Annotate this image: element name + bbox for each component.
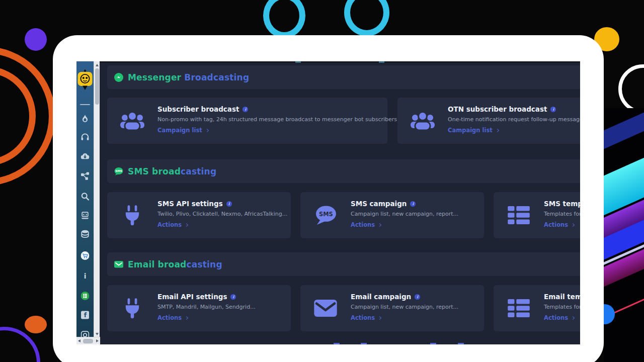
card-description: SMTP, Mandril, Mailgun, Sendgrid... (157, 304, 256, 310)
card-title: OTN subscriber broadcast (448, 105, 547, 113)
sidebar: i f (76, 61, 94, 337)
section-header-messenger: Messenger Broadcasting (107, 65, 580, 89)
campaign-list-link[interactable]: Campaign list (157, 127, 397, 134)
svg-text:i: i (84, 272, 87, 280)
card-title: SMS campaign (351, 200, 407, 208)
card-description: Campaign list, new campaign, report... (351, 211, 458, 217)
sidebar-item-search[interactable] (81, 192, 90, 201)
horizontal-scrollbar[interactable] (76, 337, 100, 344)
svg-text:SMS: SMS (115, 169, 122, 172)
sidebar-item-sitemap[interactable] (81, 172, 90, 180)
chevron-right-icon (205, 128, 209, 132)
scroll-up-icon[interactable] (96, 64, 99, 66)
section-title: Email broadcasting (128, 259, 222, 269)
purple-dot (25, 28, 47, 51)
card-description: Campaign list, new campaign, report... (351, 304, 458, 310)
info-icon[interactable]: i (230, 294, 236, 300)
card-sms-api-settings[interactable]: SMS API settingsi Twilio, Plivo, Clickat… (107, 192, 291, 238)
svg-text:f: f (84, 311, 87, 319)
scroll-left-icon[interactable] (78, 339, 80, 342)
sidebar-item-spreadsheet[interactable] (80, 291, 91, 301)
plug-icon (107, 192, 157, 238)
cyan-ring (263, 0, 305, 38)
card-title: Subscriber broadcast (157, 105, 239, 113)
card-title: Email API settings (157, 293, 227, 301)
clipped-content-sliver (361, 343, 367, 344)
users-icon (397, 98, 448, 144)
clipped-content-sliver (458, 343, 464, 344)
sidebar-item-shopping-cart[interactable] (80, 250, 91, 261)
card-sms-campaign[interactable]: SMS SMS campaigni Campaign list, new cam… (300, 192, 484, 238)
actions-link[interactable]: Actions (157, 221, 287, 228)
chevron-right-icon (571, 223, 575, 226)
card-email-api-settings[interactable]: Email API settingsi SMTP, Mandril, Mailg… (107, 285, 291, 331)
sidebar-item-facebook[interactable]: f (81, 311, 90, 319)
chevron-right-icon (185, 316, 188, 319)
neon-art-image (604, 108, 644, 362)
section-title: Messenger Broadcasting (128, 72, 249, 82)
horizontal-scrollbar-thumb[interactable] (83, 339, 93, 343)
sidebar-divider (80, 104, 90, 105)
actions-link[interactable]: Actions (544, 314, 580, 321)
chevron-right-icon (378, 316, 381, 319)
card-description: Twilio, Plivo, Clickatell, Nexmo, Africa… (157, 211, 287, 217)
section-header-email: Email broadcasting (107, 252, 580, 276)
actions-link[interactable]: Actions (351, 221, 458, 228)
card-email-template[interactable]: Email templatei Templates for Actions (494, 285, 580, 331)
users-icon (107, 98, 157, 144)
clipped-content-sliver (334, 343, 340, 344)
card-sms-template[interactable]: SMS templatei Templates for Actions (494, 192, 580, 238)
vertical-scrollbar-thumb[interactable] (95, 68, 99, 105)
card-title: SMS API settings (157, 200, 223, 208)
info-icon[interactable]: i (415, 294, 420, 300)
main-content: Messenger Broadcasting Subscriber broadc… (100, 61, 580, 344)
sms-bubble-icon: SMS (300, 192, 351, 238)
card-subscriber-broadcast[interactable]: Subscriber broadcasti Non-promo with tag… (107, 98, 387, 144)
info-icon[interactable]: i (243, 107, 248, 112)
card-email-campaign[interactable]: Email campaigni Campaign list, new campa… (300, 285, 484, 331)
sidebar-item-headset[interactable] (81, 133, 90, 141)
dashboard-screenshot: i f (76, 61, 580, 344)
card-description: Non-promo with tag, 24h structured messa… (157, 116, 397, 123)
section-header-sms: SMS SMS broadcasting (107, 159, 580, 183)
clipped-content-sliver (295, 61, 301, 63)
card-title: Email campaign (351, 293, 411, 301)
table-icon (494, 285, 544, 331)
section-title: SMS broadcasting (128, 166, 216, 176)
chatbot-bee-logo[interactable] (77, 69, 93, 93)
cyan-ring (344, 0, 389, 36)
clipped-content-sliver (430, 343, 436, 344)
messenger-icon (114, 73, 123, 82)
svg-text:SMS: SMS (319, 211, 333, 218)
card-description: One-time notification request follow-up … (448, 116, 580, 123)
orange-dot (25, 316, 47, 333)
clipped-content-sliver (379, 61, 384, 63)
card-title: Email template (544, 293, 580, 301)
envelope-icon (300, 285, 351, 331)
chevron-right-icon (378, 223, 381, 226)
chevron-right-icon (571, 316, 575, 319)
sidebar-item-database[interactable] (81, 230, 90, 238)
scroll-down-icon[interactable] (96, 333, 99, 335)
sidebar-item-fire[interactable] (81, 114, 90, 123)
plug-icon (107, 285, 157, 331)
card-otn-subscriber-broadcast[interactable]: OTN subscriber broadcasti One-time notif… (397, 98, 580, 144)
campaign-list-link[interactable]: Campaign list (448, 127, 580, 134)
page-background: i f (0, 0, 644, 362)
card-title: SMS template (544, 200, 580, 208)
info-icon[interactable]: i (410, 201, 416, 207)
actions-link[interactable]: Actions (157, 314, 256, 321)
sidebar-item-info[interactable]: i (81, 272, 90, 280)
sidebar-item-cloud-download[interactable] (81, 152, 90, 160)
actions-link[interactable]: Actions (351, 314, 458, 321)
chevron-right-icon (185, 223, 188, 226)
card-description: Templates for (544, 304, 580, 310)
sidebar-item-laptop-code[interactable] (81, 211, 90, 220)
table-icon (494, 192, 544, 238)
vertical-scrollbar[interactable] (94, 61, 100, 337)
white-ring (618, 64, 644, 114)
info-icon[interactable]: i (226, 201, 232, 207)
info-icon[interactable]: i (550, 107, 556, 112)
scroll-right-icon[interactable] (96, 339, 99, 342)
actions-link[interactable]: Actions (544, 221, 580, 228)
